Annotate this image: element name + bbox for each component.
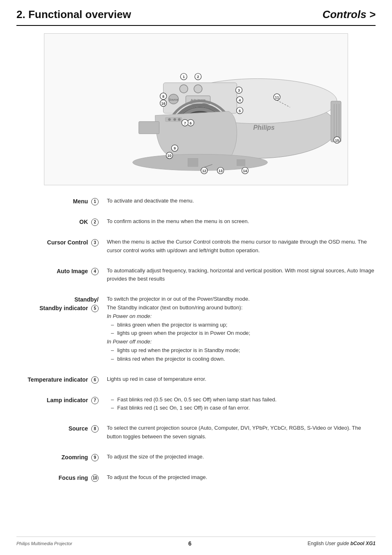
control-item-ok: OK 2 To confirm actions in the menu when…	[16, 217, 376, 232]
svg-point-8	[194, 85, 202, 93]
control-item-lamp: Lamp indicator 7 Fast blinks red (0.5 se…	[16, 396, 376, 419]
control-desc-auto-image: To automatically adjust frequency, track…	[107, 267, 376, 284]
control-label-cursor: Cursor Control 3	[16, 238, 107, 247]
svg-text:Philips: Philips	[253, 124, 274, 131]
lamp-bullet-1: Fast blinks red (0.5 sec On, 0.5 sec Off…	[111, 396, 376, 404]
footer-product: bCool XG1	[350, 541, 376, 546]
control-item-focus-ring: Focus ring 10 To adjust the focus of the…	[16, 473, 376, 488]
control-desc-standby: To switch the projector in or out of the…	[107, 295, 376, 363]
footer-guide: English User guide bCool XG1	[308, 541, 376, 546]
svg-text:11: 11	[275, 95, 279, 99]
svg-text:3: 3	[238, 88, 240, 92]
control-label-focus-ring: Focus ring 10	[16, 473, 107, 482]
control-label-auto-image: Auto Image 4	[16, 267, 107, 276]
svg-point-7	[180, 85, 188, 93]
svg-text:7: 7	[184, 121, 186, 125]
page-subtitle: Controls >	[323, 8, 376, 21]
control-label-standby: Standby/Standby indicator 5	[16, 295, 107, 313]
control-label-lamp: Lamp indicator 7	[16, 396, 107, 405]
svg-text:6: 6	[190, 121, 192, 125]
projector-diagram: Source Auto Image Philips	[44, 33, 348, 185]
control-num-lamp: 7	[91, 397, 99, 404]
page-footer: Philips Multimedia Projector 6 English U…	[16, 537, 376, 547]
standby-bullet-3: lights up red when the projector is in S…	[111, 346, 376, 355]
svg-text:1: 1	[183, 75, 185, 79]
svg-rect-2	[331, 101, 341, 142]
svg-point-27	[178, 118, 180, 121]
control-desc-lamp: Fast blinks red (0.5 sec On, 0.5 sec Off…	[107, 396, 376, 413]
svg-text:2: 2	[197, 75, 199, 79]
control-label-menu: Menu 1	[16, 197, 107, 206]
page-container: 2. Functional overview Controls >	[0, 0, 392, 555]
standby-bullet-2: lights up green when the projector is in…	[111, 329, 376, 338]
control-item-cursor: Cursor Control 3 When the menu is active…	[16, 238, 376, 261]
svg-point-26	[173, 118, 176, 121]
footer-language: English	[308, 541, 324, 546]
control-label-ok: OK 2	[16, 217, 107, 226]
footer-guide-text: User guide	[325, 541, 350, 546]
svg-text:5: 5	[239, 109, 241, 113]
page-title: 2. Functional overview	[16, 8, 131, 21]
svg-point-25	[168, 118, 171, 121]
control-desc-ok: To confirm actions in the menu when the …	[107, 217, 376, 226]
control-num-cursor: 3	[91, 239, 99, 246]
page-header: 2. Functional overview Controls >	[16, 8, 376, 26]
control-desc-temperature: Lights up red in case of temperature err…	[107, 375, 376, 384]
control-num-menu: 1	[91, 198, 99, 205]
control-num-standby: 5	[91, 305, 99, 312]
svg-text:16: 16	[161, 101, 165, 106]
svg-text:10: 10	[167, 154, 171, 158]
controls-list: Menu 1 To activate and deactivate the me…	[16, 197, 376, 488]
svg-text:9: 9	[174, 146, 176, 150]
control-item-auto-image: Auto Image 4 To automatically adjust fre…	[16, 267, 376, 290]
svg-rect-28	[139, 122, 159, 134]
svg-text:4: 4	[239, 98, 241, 102]
control-num-source: 8	[91, 425, 99, 433]
control-num-temperature: 6	[91, 376, 99, 384]
control-num-zoomring: 9	[91, 454, 99, 461]
svg-text:15: 15	[335, 138, 339, 143]
control-label-source: Source 8	[16, 424, 107, 433]
control-desc-zoomring: To adjust the size of the projected imag…	[107, 453, 376, 461]
svg-text:12: 12	[202, 169, 206, 173]
control-desc-cursor: When the menu is active the Cursor Contr…	[107, 238, 376, 255]
control-desc-menu: To activate and deactivate the menu.	[107, 197, 376, 205]
control-item-standby: Standby/Standby indicator 5 To switch th…	[16, 295, 376, 369]
control-label-zoomring: Zoomring 9	[16, 453, 107, 462]
control-num-auto-image: 4	[91, 268, 99, 275]
control-num-focus-ring: 10	[91, 474, 99, 482]
lamp-bullet-2: Fast blinks red (1 sec On, 1 sec Off) in…	[111, 404, 376, 412]
control-item-zoomring: Zoomring 9 To adjust the size of the pro…	[16, 453, 376, 467]
svg-text:Source: Source	[169, 98, 178, 101]
svg-text:13: 13	[219, 169, 223, 173]
control-item-source: Source 8 To select the current projectio…	[16, 424, 376, 447]
standby-bullet-1: blinks green when the projector is warmi…	[111, 321, 376, 329]
control-desc-focus-ring: To adjust the focus of the projected ima…	[107, 473, 376, 482]
control-desc-source: To select the current projection source …	[107, 424, 376, 441]
control-item-temperature: Temperature indicator 6 Lights up red in…	[16, 375, 376, 390]
footer-page-number: 6	[188, 540, 191, 547]
svg-text:8: 8	[162, 94, 164, 99]
standby-bullet-4: blinks red when the projector is cooling…	[111, 355, 376, 364]
control-item-menu: Menu 1 To activate and deactivate the me…	[16, 197, 376, 212]
control-num-ok: 2	[91, 219, 99, 226]
svg-rect-30	[188, 158, 198, 166]
control-label-temperature: Temperature indicator 6	[16, 375, 107, 384]
svg-rect-31	[237, 159, 245, 166]
svg-text:14: 14	[243, 169, 247, 173]
projector-svg: Source Auto Image Philips	[44, 34, 348, 185]
footer-brand: Philips Multimedia Projector	[16, 541, 72, 546]
